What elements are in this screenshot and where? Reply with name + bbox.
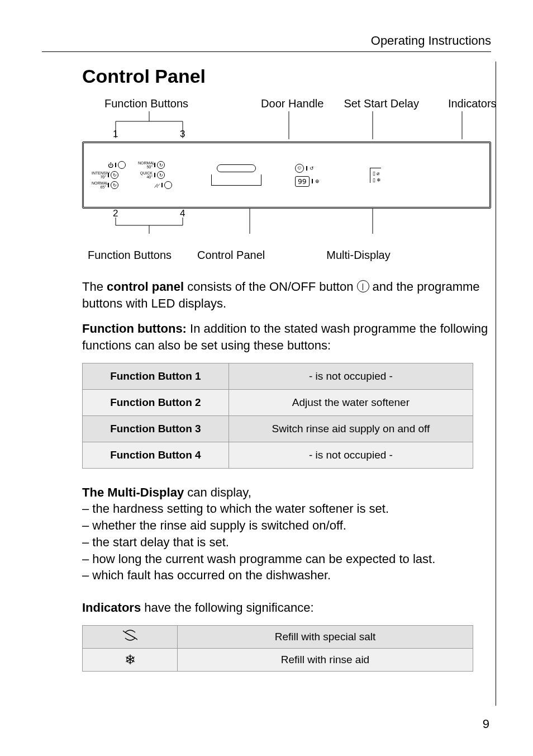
- label-set-start-delay: Set Start Delay: [344, 97, 419, 110]
- button-group: ⏻ INTENSIV 70°↻ NORMAL 65°↻ NORMAL 50°↻ …: [92, 161, 172, 189]
- connector-lines-top: 1 3: [82, 111, 490, 139]
- svg-text:1: 1: [113, 129, 118, 139]
- label-function-buttons-bottom: Function Buttons: [88, 249, 172, 262]
- panel-box: ⏻ INTENSIV 70°↻ NORMAL 65°↻ NORMAL 50°↻ …: [82, 141, 491, 209]
- page-header: Operating Instructions: [42, 34, 491, 52]
- indicators-table: Refill with special salt ❄ Refill with r…: [82, 625, 473, 672]
- svg-text:3: 3: [180, 129, 185, 139]
- margin-line: [496, 62, 496, 706]
- svg-text:2: 2: [113, 209, 118, 219]
- paragraph-control-panel: The control panel consists of the ON/OFF…: [82, 278, 491, 311]
- control-panel-diagram: Function Buttons Door Handle Set Start D…: [82, 97, 491, 262]
- salt-s-icon: [83, 625, 178, 648]
- snowflake-icon: ❄: [83, 648, 178, 671]
- start-delay-group: ⏲↺ 99⊕: [295, 164, 320, 187]
- paragraph-function-buttons: Function buttons: In addition to the sta…: [82, 320, 491, 353]
- label-indicators: Indicators: [448, 97, 497, 110]
- power-icon: |: [357, 280, 369, 292]
- section-title: Control Panel: [82, 65, 491, 87]
- label-control-panel: Control Panel: [197, 249, 265, 262]
- indicator-icons-panel: ▯ ⌀ ▯ ❄: [370, 168, 382, 183]
- function-buttons-table: Function Button 1- is not occupied - Fun…: [82, 363, 473, 469]
- label-function-buttons-top: Function Buttons: [104, 97, 188, 110]
- indicators-heading: Indicators have the following significan…: [82, 599, 491, 616]
- label-door-handle: Door Handle: [261, 97, 323, 110]
- label-multi-display: Multi-Display: [326, 249, 390, 262]
- svg-text:4: 4: [180, 209, 185, 219]
- door-handle-drawing: [211, 164, 261, 186]
- connector-lines-bottom: 2 4: [82, 209, 490, 237]
- multi-display-section: The Multi-Display can display, – the har…: [82, 484, 491, 584]
- page-number: 9: [483, 717, 489, 731]
